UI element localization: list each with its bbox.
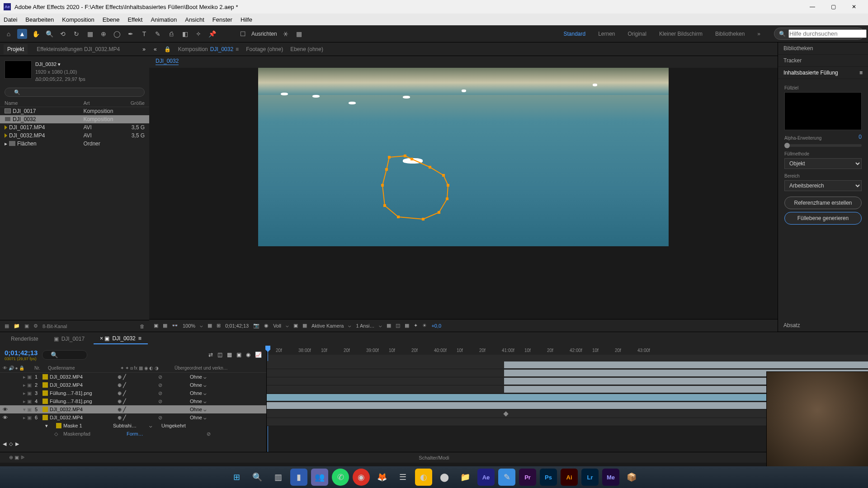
method-select[interactable]: Objekt (784, 158, 862, 169)
alpha-slider[interactable] (784, 143, 790, 148)
col-type[interactable]: Art (83, 100, 118, 106)
col-size[interactable]: Größe (118, 100, 145, 106)
tab-komposition[interactable]: Komposition DJI_0032 ≡ (178, 46, 239, 52)
taskbar-obs[interactable]: ⬤ (436, 469, 453, 486)
reference-frame-button[interactable]: Referenzframe erstellen (784, 197, 862, 209)
tab-absatz[interactable]: Absatz (778, 319, 868, 332)
project-item[interactable]: ▸ FlächenOrdner (0, 140, 149, 148)
tab-effekteinstellungen[interactable]: Effekteinstellungen DJI_0032.MP4 (33, 44, 123, 54)
project-item[interactable]: DJI_0032.MP4AVI3,5 G (0, 131, 149, 140)
menu-bearbeiten[interactable]: Bearbeiten (25, 16, 54, 23)
taskbar-explorer[interactable]: 📁 (457, 469, 474, 486)
tab-projekt[interactable]: Projekt (4, 44, 28, 54)
timeline-timecode[interactable]: 0;01;42;13 (5, 349, 38, 357)
tab-ebene[interactable]: Ebene (ohne) (290, 46, 323, 52)
tl-tab-dji0017[interactable]: ▣ DJI_0017 (47, 334, 91, 344)
viewer-3d-icon[interactable]: ▦ (163, 323, 167, 328)
selection-tool[interactable]: ▲ (17, 29, 27, 39)
new-folder-icon[interactable]: 📁 (14, 323, 20, 329)
taskbar-premiere[interactable]: Pr (519, 469, 536, 486)
exposure-value[interactable]: +0,0 (431, 323, 441, 328)
eraser-tool[interactable]: ◧ (180, 29, 190, 39)
roto-tool[interactable]: ✧ (193, 29, 203, 39)
roi-icon[interactable]: ▣ (293, 323, 298, 328)
tl-tab-dji0032[interactable]: × ▣ DJI_0032 ≡ (94, 333, 148, 344)
menu-ansicht[interactable]: Ansicht (185, 16, 204, 23)
tl-opt4-icon[interactable]: ▣ (236, 352, 241, 358)
exposure-icon[interactable]: ☀ (422, 323, 427, 328)
composition-viewer[interactable] (149, 68, 778, 319)
view-opt3-icon[interactable]: ▦ (405, 323, 409, 328)
project-search-input[interactable] (5, 88, 145, 97)
alpha-value[interactable]: 0 (859, 134, 862, 142)
snap-opts-icon[interactable]: ⚹ (281, 29, 291, 39)
viewer-timecode[interactable]: 0;01;42;13 (225, 323, 249, 328)
tab-tracker[interactable]: Tracker (778, 55, 868, 67)
puppet-tool[interactable]: 📌 (207, 29, 217, 39)
clone-tool[interactable]: ⎙ (166, 29, 176, 39)
layer-row[interactable]: 👁▾ ▣5DJI_0032.MP4⊕ ╱⊘Ohne ⌵ (0, 405, 266, 413)
taskbar-lightroom[interactable]: Lr (581, 469, 599, 486)
taskbar-app6[interactable]: 📦 (623, 469, 640, 486)
help-search-input[interactable] (788, 29, 867, 38)
resolution-select[interactable]: Voll (273, 323, 281, 328)
layer-row[interactable]: ▸ ▣2DJI_0032.MP4⊕ ╱⊘Ohne ⌵ (0, 381, 266, 389)
panel-more-icon[interactable]: » (142, 46, 146, 52)
bit-depth[interactable]: 8-Bit-Kanal (42, 324, 67, 329)
viewer-grid-icon[interactable]: ⊞ (217, 323, 221, 328)
workspace-bibliotheken[interactable]: Bibliotheken (714, 29, 745, 39)
tab-renderliste[interactable]: Renderliste (5, 334, 45, 344)
menu-fenster[interactable]: Fenster (212, 16, 232, 23)
workspace-lernen[interactable]: Lernen (597, 29, 616, 39)
views-select[interactable]: 1 Ansi… (356, 323, 374, 328)
text-tool[interactable]: T (139, 29, 149, 39)
start-button[interactable]: ⊞ (228, 469, 245, 486)
new-comp-icon[interactable]: ▣ (24, 323, 29, 329)
interpret-icon[interactable]: ▦ (5, 323, 9, 329)
view-opt4-icon[interactable]: ✦ (414, 323, 418, 328)
switches-modes[interactable]: Schalter/Modi (419, 455, 449, 460)
mask-mode[interactable]: Subtrahi… (113, 423, 149, 428)
menu-hilfe[interactable]: Hilfe (241, 16, 252, 23)
tl-opt3-icon[interactable]: ▦ (227, 352, 232, 358)
taskbar-mediaencoder[interactable]: Me (602, 469, 619, 486)
pen-tool[interactable]: ✒ (126, 29, 136, 39)
taskbar-teams[interactable]: 👥 (311, 469, 328, 486)
taskbar-photoshop[interactable]: Ps (540, 469, 557, 486)
minimize-button[interactable]: — (802, 0, 823, 14)
layer-row[interactable]: ▸ ▣1DJI_0032.MP4⊕ ╱⊘Ohne ⌵ (0, 373, 266, 381)
mask-invert[interactable]: Umgekehrt (161, 423, 186, 428)
menu-animation[interactable]: Animation (151, 16, 177, 23)
tl-graph-icon[interactable]: 📈 (255, 352, 262, 358)
trash-icon[interactable]: 🗑 (140, 324, 145, 329)
menu-datei[interactable]: Datei (4, 16, 17, 23)
workspace-more-icon[interactable]: » (756, 29, 761, 39)
back-icon[interactable]: « (154, 46, 157, 52)
taskbar-app4[interactable]: ◐ (415, 469, 432, 486)
lock-icon[interactable]: 🔒 (164, 46, 171, 52)
timeline-search-input[interactable] (42, 350, 87, 360)
zoom-level[interactable]: 100% (183, 323, 195, 328)
viewer-mask-icon[interactable]: 👓 (172, 323, 178, 328)
layer-row[interactable]: ▸ ▣3Füllung…7-81].png⊕ ╱⊘Ohne ⌵ (0, 389, 266, 397)
snapshot-icon[interactable]: 📷 (253, 323, 259, 328)
tl-opt2-icon[interactable]: ◫ (217, 352, 222, 358)
anchor-tool[interactable]: ⊕ (99, 29, 108, 39)
snap-grid-icon[interactable]: ▦ (294, 29, 304, 39)
taskbar-search[interactable]: 🔍 (249, 469, 266, 486)
generate-fill-button[interactable]: Füllebene generieren (784, 212, 862, 225)
timeline-track[interactable] (267, 361, 868, 369)
viewer-opt-icon[interactable]: ▣ (154, 323, 158, 328)
taskbar-illustrator[interactable]: Ai (561, 469, 578, 486)
view-opt2-icon[interactable]: ◫ (396, 323, 400, 328)
tab-bibliotheken[interactable]: Bibliotheken (778, 42, 868, 55)
layer-row[interactable]: 👁▸ ▣6DJI_0032.MP4⊕ ╱⊘Ohne ⌵ (0, 413, 266, 422)
project-item[interactable]: DJI_0017Komposition (0, 107, 149, 115)
view-opt1-icon[interactable]: ▦ (387, 323, 391, 328)
menu-ebene[interactable]: Ebene (103, 16, 120, 23)
menu-effekt[interactable]: Effekt (127, 16, 142, 23)
transparency-icon[interactable]: ▦ (302, 323, 307, 328)
taskbar-whatsapp[interactable]: ✆ (332, 469, 349, 486)
taskbar-app1[interactable]: ▮ (290, 469, 307, 486)
align-label[interactable]: Ausrichten (251, 31, 277, 37)
